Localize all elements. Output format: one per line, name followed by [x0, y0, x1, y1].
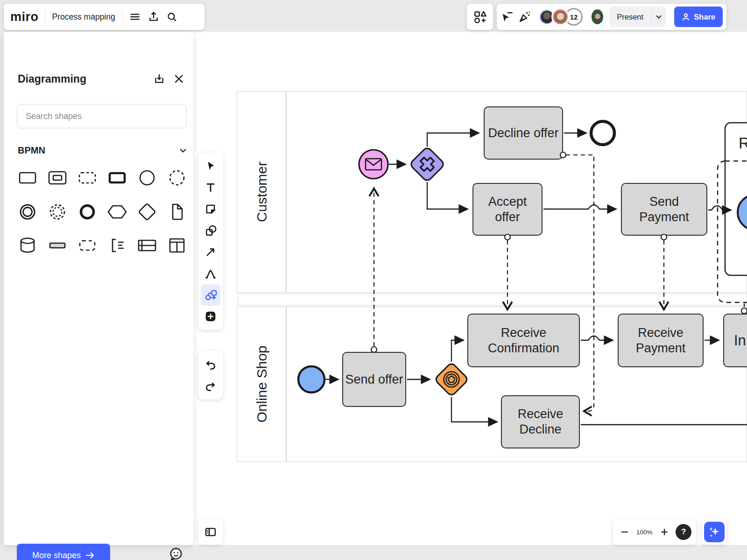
connector-tool[interactable]	[201, 241, 220, 263]
shapes-tool[interactable]	[201, 220, 220, 241]
search-icon	[166, 11, 178, 23]
data-object-icon	[166, 201, 188, 223]
cursor-icon	[204, 160, 217, 172]
gateway-icon	[136, 201, 158, 223]
task-decline-offer[interactable]: Decline offer	[484, 106, 563, 160]
text-tool[interactable]	[201, 177, 220, 198]
lane-label-online-shop[interactable]: Online Shop	[254, 345, 270, 422]
shape-intermediate-event[interactable]	[17, 201, 38, 223]
collapse-section-button[interactable]	[179, 148, 187, 153]
search-input[interactable]	[17, 112, 186, 121]
present-button[interactable]: Present	[609, 7, 666, 27]
end-event-icon	[77, 201, 98, 223]
help-button[interactable]: ?	[676, 524, 691, 540]
shape-gateway[interactable]	[136, 201, 158, 223]
pen-tool[interactable]	[201, 263, 220, 284]
label-partial-right-bottom: In	[734, 332, 746, 349]
lane-gap-band	[238, 294, 747, 306]
redo-button[interactable]	[201, 375, 220, 397]
more-shapes-button[interactable]: More shapes	[17, 544, 110, 560]
shape-hexagon[interactable]	[106, 201, 128, 223]
shape-search-field[interactable]	[17, 104, 187, 128]
shape-dashed-task[interactable]	[77, 167, 98, 189]
sticky-note-tool[interactable]	[201, 198, 220, 220]
add-tool[interactable]	[201, 306, 220, 327]
divider	[122, 11, 122, 22]
shape-filled-bar[interactable]	[47, 235, 68, 256]
shape-dashed-intermediate-event[interactable]	[47, 201, 68, 223]
feedback-smiley-icon	[168, 546, 184, 560]
reactions-button[interactable]	[518, 10, 531, 23]
diagramming-panel: Diagramming BPMN More shapes	[4, 32, 193, 545]
share-label: Share	[694, 13, 715, 21]
ai-assistant-card	[702, 519, 727, 545]
follow-cursor-icon	[500, 10, 514, 23]
avatar[interactable]	[590, 8, 605, 26]
bold-task-icon	[106, 167, 128, 189]
avatar-stack[interactable]: 12	[538, 8, 583, 26]
zoom-out-button[interactable]	[618, 525, 632, 539]
section-label-bpmn: BPMN	[18, 145, 45, 156]
shape-horizontal-pool[interactable]	[136, 235, 158, 256]
plus-icon	[204, 310, 217, 322]
arrow-icon	[204, 246, 217, 258]
zoom-in-button[interactable]	[657, 525, 671, 539]
header-bar: miro Process mapping	[4, 4, 204, 30]
shape-dashed-event[interactable]	[166, 167, 188, 189]
miro-logo[interactable]: miro	[10, 10, 39, 24]
search-button[interactable]	[166, 11, 178, 23]
diagramming-tool[interactable]	[201, 284, 220, 306]
task-receive-payment[interactable]: Receive Payment	[618, 314, 704, 367]
shape-task[interactable]	[17, 167, 38, 189]
chevron-down-icon	[655, 14, 662, 19]
undo-icon	[204, 358, 217, 371]
shape-group[interactable]	[77, 235, 98, 256]
data-store-icon	[17, 235, 38, 256]
start-event-icon	[136, 167, 158, 189]
shape-start-event[interactable]	[136, 167, 158, 189]
shape-data-object[interactable]	[166, 201, 188, 223]
shape-vertical-pool[interactable]	[166, 235, 188, 256]
task-icon	[17, 167, 38, 189]
task-receive-confirmation[interactable]: Receive Confirmation	[467, 314, 580, 367]
label-partial-right-top: R	[739, 134, 747, 152]
arrow-right-icon	[85, 552, 95, 559]
undo-button[interactable]	[201, 354, 220, 375]
shape-bold-task[interactable]	[106, 167, 128, 189]
shape-annotation[interactable]	[106, 235, 128, 256]
templates-button[interactable]	[467, 4, 493, 30]
divider	[45, 11, 46, 22]
pen-icon	[204, 267, 217, 280]
lane-customer-label-divider	[286, 91, 287, 293]
save-set-button[interactable]	[153, 73, 165, 85]
task-accept-offer[interactable]: Accept offer	[472, 183, 543, 236]
close-icon	[173, 73, 185, 85]
task-send-offer[interactable]: Send offer	[342, 352, 406, 407]
board-title[interactable]: Process mapping	[52, 12, 115, 22]
export-button[interactable]	[148, 11, 160, 23]
export-icon	[148, 11, 160, 23]
feedback-button[interactable]	[168, 546, 184, 560]
shape-subprocess[interactable]	[47, 167, 68, 189]
dashed-event-icon	[166, 167, 188, 189]
party-popper-icon	[518, 10, 531, 23]
main-menu-button[interactable]	[129, 11, 141, 23]
lane-label-customer[interactable]: Customer	[254, 161, 270, 222]
diagramming-icon	[204, 289, 217, 301]
shape-end-event[interactable]	[77, 201, 98, 223]
lane-online-shop-label-divider	[286, 307, 287, 462]
select-tool[interactable]	[201, 155, 220, 177]
task-send-payment[interactable]: Send Payment	[621, 183, 707, 236]
collaboration-bar: 12 Present Share	[497, 4, 726, 30]
person-icon	[682, 13, 690, 21]
ai-assistant-button[interactable]	[704, 522, 725, 542]
share-button[interactable]: Share	[674, 7, 723, 27]
frames-button[interactable]	[198, 519, 223, 545]
zoom-level[interactable]: 100%	[634, 529, 655, 536]
task-receive-decline[interactable]: Receive Decline	[501, 395, 580, 448]
shape-data-store[interactable]	[17, 235, 38, 256]
close-panel-button[interactable]	[173, 73, 185, 85]
follow-cursor-button[interactable]	[500, 10, 514, 23]
present-dropdown[interactable]	[651, 10, 666, 23]
avatar[interactable]	[551, 8, 569, 26]
